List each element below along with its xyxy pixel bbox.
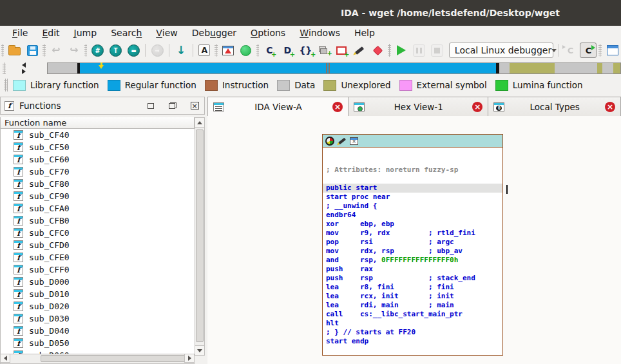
jump-to-segment-button[interactable]: ▬ — [125, 42, 142, 59]
disassembly-line[interactable]: xor ebp, ebp — [323, 220, 502, 229]
function-list-item[interactable]: fsub_CF60 — [1, 153, 195, 166]
disassembly-line[interactable]: start endp — [323, 337, 502, 346]
function-list-item[interactable]: fsub_D030 — [1, 312, 195, 325]
menu-debugger[interactable]: Debugger — [185, 26, 244, 40]
functions-vertical-scrollbar[interactable] — [195, 117, 205, 356]
scroll-down-button[interactable] — [195, 345, 205, 356]
function-list-item[interactable]: fsub_CF90 — [1, 190, 195, 202]
function-list-item[interactable]: fsub_CFF0 — [1, 263, 195, 276]
disassembly-line[interactable] — [323, 175, 502, 184]
function-list-item[interactable]: fsub_CFD0 — [1, 239, 195, 251]
edit-node-icon[interactable] — [338, 137, 346, 144]
function-list-item[interactable]: fsub_D050 — [1, 337, 195, 349]
disassembly-line[interactable]: and rsp, 0FFFFFFFFFFFFFFF0h — [323, 256, 502, 265]
function-list-item[interactable]: fsub_CFA0 — [1, 202, 195, 215]
function-list-item[interactable]: fsub_D060 — [1, 349, 195, 354]
function-list-item[interactable]: fsub_CF80 — [1, 178, 195, 190]
navband-scroll-left-button[interactable] — [20, 62, 28, 68]
jump-to-xref-button[interactable]: → — [149, 42, 166, 59]
menu-view[interactable]: View — [149, 26, 185, 40]
disassembly-line[interactable]: start proc near — [323, 193, 502, 202]
disassembly-line[interactable]: lea rdi, main ; main — [323, 301, 502, 310]
vertical-scroll-thumb[interactable] — [196, 129, 204, 342]
navband-segment[interactable] — [597, 63, 602, 73]
function-list-item[interactable]: fsub_D020 — [1, 300, 195, 312]
open-file-button[interactable] — [6, 42, 23, 59]
create-function-button[interactable]: C+ — [261, 42, 278, 59]
function-list-item[interactable]: fsub_D010 — [1, 288, 195, 300]
step-into-button[interactable]: C — [562, 43, 578, 58]
graph-canvas[interactable]: × ; Attributes: noreturn fuzzy-sppublic … — [207, 116, 621, 364]
edit-button[interactable] — [351, 42, 368, 59]
scroll-up-button[interactable] — [195, 117, 205, 128]
disassembly-line[interactable]: lea rcx, init ; init — [323, 292, 502, 301]
color-wheel-icon[interactable] — [325, 137, 334, 146]
legend-drag-handle[interactable] — [4, 79, 8, 91]
create-segment-button[interactable]: + — [333, 42, 350, 59]
tab-close-button[interactable]: × — [605, 102, 615, 112]
menu-edit[interactable]: Edit — [35, 26, 66, 40]
run-until-return-button[interactable]: C — [580, 43, 597, 58]
horizontal-scroll-thumb[interactable] — [41, 355, 186, 362]
function-list-item[interactable]: fsub_D000 — [1, 276, 195, 288]
function-list-item[interactable]: fsub_CF50 — [1, 141, 195, 153]
menu-search[interactable]: Search — [104, 26, 149, 40]
function-list-item[interactable]: fsub_D040 — [1, 325, 195, 337]
breakpoint-button[interactable] — [369, 42, 386, 59]
menu-file[interactable]: File — [5, 26, 35, 40]
panel-restore-button[interactable] — [167, 101, 178, 111]
navigate-back-button[interactable]: ↩ — [48, 42, 64, 59]
tab-close-button[interactable]: × — [472, 102, 482, 112]
tab-hex-view-1[interactable]: Hex View-1× — [349, 97, 488, 116]
jump-to-address-button[interactable]: # — [89, 42, 106, 59]
disassembly-line[interactable]: ; Attributes: noreturn fuzzy-sp — [323, 166, 502, 175]
disassembly-line[interactable] — [323, 157, 502, 166]
navigate-forward-button[interactable]: ↪ — [66, 42, 82, 59]
disassembly-line[interactable]: mov r9, rdx ; rtld_fini — [323, 229, 502, 238]
navband-segment[interactable] — [80, 63, 326, 73]
menu-windows[interactable]: Windows — [292, 26, 347, 40]
panel-close-button[interactable]: × — [189, 101, 200, 111]
tab-local-types[interactable]: Local Types× — [488, 97, 621, 116]
trace-button[interactable] — [238, 42, 254, 59]
function-list-item[interactable]: fsub_CF40 — [1, 129, 195, 141]
navband-segment[interactable] — [602, 63, 613, 73]
disassembly-line[interactable]: lea r8, fini ; fini — [323, 283, 502, 292]
jump-down-button[interactable]: ↓ — [173, 42, 189, 59]
disassembly-line[interactable]: mov rdx, rsp ; ubp_av — [323, 247, 502, 256]
disassembly-line[interactable]: ; } // starts at FF20 — [323, 328, 502, 337]
panel-float-button[interactable] — [145, 101, 157, 111]
navband-segment[interactable] — [330, 63, 496, 73]
function-list-item[interactable]: fsub_CF70 — [1, 166, 195, 178]
clipped-toolbar-icon[interactable] — [604, 42, 620, 59]
navband-segment[interactable] — [613, 63, 620, 73]
navband-segment[interactable] — [510, 63, 555, 73]
tab-close-button[interactable]: × — [332, 102, 343, 112]
start-process-button[interactable] — [393, 42, 410, 59]
navigation-band[interactable] — [47, 62, 621, 74]
function-list-item[interactable]: fsub_CFB0 — [1, 215, 195, 227]
navband-drag-handle[interactable] — [3, 62, 6, 74]
function-list-item[interactable]: fsub_CFC0 — [1, 227, 195, 239]
disassembly-line[interactable]: push rax — [323, 265, 502, 274]
ascii-strings-button[interactable]: A — [196, 42, 213, 59]
disassembly-line[interactable]: pop rsi ; argc — [323, 238, 502, 247]
navband-scroll-right-button[interactable] — [20, 69, 28, 74]
jump-to-name-button[interactable]: T — [107, 42, 124, 59]
scroll-left-button[interactable] — [0, 354, 10, 363]
menu-options[interactable]: Options — [244, 26, 292, 40]
pause-process-button[interactable] — [411, 42, 428, 59]
disassembly-line[interactable] — [323, 148, 502, 157]
debugger-select[interactable]: Local Linux debugger — [449, 43, 553, 58]
menu-jump[interactable]: Jump — [67, 26, 104, 40]
stop-process-button[interactable] — [429, 42, 446, 59]
disassembly-line[interactable]: public start — [323, 184, 502, 193]
disassembly-line[interactable]: hlt — [323, 319, 502, 328]
breakpoint-window-button[interactable] — [220, 42, 236, 59]
scroll-right-button[interactable] — [184, 354, 195, 363]
create-struct-button[interactable]: {}+ — [297, 42, 314, 59]
disassembly-line[interactable]: call cs:__libc_start_main_ptr — [323, 310, 502, 319]
function-list-item[interactable]: fsub_CFE0 — [1, 251, 195, 263]
navband-segment[interactable] — [499, 63, 510, 73]
open-window-button[interactable]: + — [315, 42, 332, 59]
